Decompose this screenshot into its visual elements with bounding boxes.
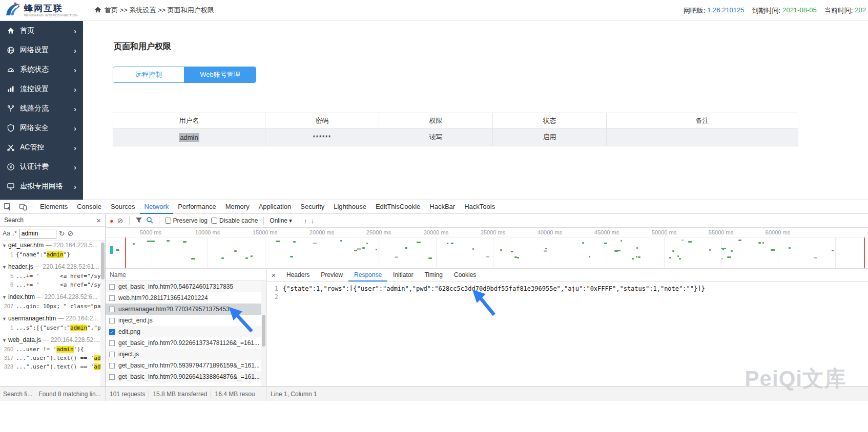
network-request-row[interactable]: get_basic_info.htm?0.5467246017317835: [106, 281, 266, 292]
network-request-row[interactable]: web.htm?0.28117136514201224: [106, 292, 266, 304]
sidebar-item-network-security[interactable]: 网络安全 ›: [0, 118, 83, 138]
timeline-label: 5000 ms: [133, 229, 169, 235]
scrollbar-thumb[interactable]: [101, 243, 105, 279]
search-result-line[interactable]: 328...".user").text() == 'admin...: [0, 362, 105, 371]
devtools-tab-hackbar[interactable]: HackBar: [425, 200, 460, 214]
sidebar: 首页 › 网络设置 › 系统状态 › 流控设置 › 线路分流 › 网络安全 › …: [0, 21, 83, 200]
result-url: — 220.164.228.52:6...: [35, 293, 97, 300]
result-filename: header.js: [8, 263, 33, 270]
detail-tab-initiator[interactable]: Initiator: [387, 269, 419, 282]
scrollbar-thumb[interactable]: [262, 315, 265, 347]
response-content[interactable]: 1 {"state":1,"rows":[{"user":"admin","pw…: [266, 282, 868, 386]
preserve-log-checkbox[interactable]: Preserve log: [165, 217, 208, 224]
sidebar-item-auth-billing[interactable]: ¥ 认证计费 ›: [0, 157, 83, 177]
devtools-tab-memory[interactable]: Memory: [221, 200, 254, 214]
network-request-row[interactable]: get_basic_info.htm?0.9026641338864876&_=…: [106, 371, 266, 382]
search-result-line[interactable]: 1...s":[{"user":"admin","pwd":"...: [0, 323, 105, 332]
sidebar-item-vpn[interactable]: 虚拟专用网络 ›: [0, 177, 83, 196]
main-content: 页面和用户权限 远程控制 Web账号管理 用户名 密码 权限 状态 备注 adm…: [83, 21, 868, 200]
search-result-line[interactable]: 260...user != 'admin'){: [0, 345, 105, 354]
sidebar-item-ac-control[interactable]: AC管控 ›: [0, 138, 83, 157]
search-result-line[interactable]: 1{"name":"admin"}: [0, 250, 105, 259]
sidebar-item-flow-control[interactable]: 流控设置 ›: [0, 79, 83, 99]
clear-network-icon[interactable]: ⊘: [117, 217, 123, 225]
search-panel-title: Search: [4, 217, 24, 224]
checkbox[interactable]: [165, 218, 171, 224]
search-result-file[interactable]: ▼web_data.js — 220.164.228.52:...: [0, 335, 105, 345]
sidebar-item-home[interactable]: 首页 ›: [0, 21, 83, 40]
devtools-tab-lighthouse[interactable]: Lighthouse: [329, 200, 371, 214]
devtools-tab-network[interactable]: Network: [140, 200, 174, 214]
search-result-line[interactable]: 207...gin: 10px; " class="pane...: [0, 302, 105, 311]
devtools-tab-console[interactable]: Console: [72, 200, 106, 214]
sidebar-item-label: 首页: [20, 26, 34, 35]
dropdown-arrow-icon: ▾: [289, 217, 292, 224]
search-result-file[interactable]: ▼index.htm — 220.164.228.52:6...: [0, 292, 105, 302]
checkbox[interactable]: [211, 218, 217, 224]
devtools-tab-security[interactable]: Security: [296, 200, 329, 214]
devtools-tab-sources[interactable]: Sources: [106, 200, 140, 214]
search-result-file[interactable]: ▼header.js — 220.164.228.52:61...: [0, 262, 105, 272]
tab-web-account[interactable]: Web账号管理: [184, 67, 256, 82]
request-name: edit.png: [118, 328, 140, 335]
detail-tab-timing[interactable]: Timing: [419, 269, 448, 282]
devtools-tab-hacktools[interactable]: HackTools: [460, 200, 500, 214]
sidebar-item-label: 虚拟专用网络: [20, 182, 63, 191]
request-list-header[interactable]: Name: [106, 269, 266, 281]
network-request-row[interactable]: get_basic_info.htm?0.9226613734781126&_=…: [106, 337, 266, 349]
close-icon[interactable]: ×: [96, 216, 101, 225]
breadcrumb[interactable]: 首页 >> 系统设置 >> 页面和用户权限: [94, 6, 214, 15]
search-result-line[interactable]: 5...+= ' <a href="/syste...: [0, 272, 105, 280]
result-url: — 220.164.228.52:...: [41, 336, 100, 343]
sidebar-item-label: 认证计费: [20, 162, 49, 171]
regex-toggle[interactable]: .*: [13, 230, 17, 237]
match-case-toggle[interactable]: Aa: [3, 230, 10, 237]
sidebar-item-system-status[interactable]: 系统状态 ›: [0, 60, 83, 79]
devtools-tab-editthiscookie[interactable]: EditThisCookie: [371, 200, 425, 214]
disable-cache-checkbox[interactable]: Disable cache: [211, 217, 258, 224]
detail-tab-preview[interactable]: Preview: [315, 269, 348, 282]
devtools-tab-performance[interactable]: Performance: [173, 200, 220, 214]
search-result-file[interactable]: ▼get_user.htm — 220.164.228.5...: [0, 241, 105, 250]
detail-tab-cookies[interactable]: Cookies: [448, 269, 482, 282]
chevron-right-icon: ›: [74, 46, 76, 55]
export-har-icon[interactable]: ↓: [311, 217, 315, 225]
search-input[interactable]: [19, 229, 56, 239]
network-request-row-selected[interactable]: usermanager.htm?0.7703479571375453: [106, 304, 266, 315]
line-number: 1: [266, 285, 283, 293]
col-password: 密码: [265, 113, 379, 128]
network-request-row[interactable]: get_basic_info.htm?0.5939794771896159&_=…: [106, 360, 266, 371]
request-list: Name get_basic_info.htm?0.54672460173178…: [106, 269, 266, 386]
network-request-row[interactable]: ✓edit.png: [106, 326, 266, 337]
device-toolbar-icon[interactable]: [15, 203, 31, 211]
filter-icon[interactable]: [135, 217, 142, 225]
request-name: inject.js: [118, 351, 139, 358]
throttling-select[interactable]: Online▾: [270, 217, 292, 224]
network-overview[interactable]: 5000 ms 10000 ms 15000 ms 20000 ms 25000…: [106, 228, 868, 269]
close-icon[interactable]: ×: [266, 271, 281, 279]
network-request-row[interactable]: inject_end.js: [106, 315, 266, 326]
sidebar-item-line-split[interactable]: 线路分流 ›: [0, 99, 83, 118]
request-list-scrollbar[interactable]: [261, 281, 266, 386]
inspect-element-icon[interactable]: [0, 203, 15, 211]
refresh-icon[interactable]: ↻: [59, 229, 65, 237]
search-result-line[interactable]: 6...+= ' <a href="/syste...: [0, 280, 105, 289]
match-highlight: admin: [70, 325, 87, 331]
search-match-count: Found 8 matching lin...: [38, 391, 100, 398]
search-icon[interactable]: [146, 217, 153, 225]
search-result-file[interactable]: ▼usermanager.htm — 220.164.2...: [0, 314, 105, 323]
tab-remote-control[interactable]: 远程控制: [113, 67, 184, 82]
search-result-line[interactable]: 317...".user").text() == 'admin...: [0, 354, 105, 362]
sidebar-item-network-settings[interactable]: 网络设置 ›: [0, 40, 83, 60]
devtools-tab-elements[interactable]: Elements: [35, 200, 72, 214]
current-time-value: 202: [855, 6, 866, 15]
detail-tab-headers[interactable]: Headers: [281, 269, 315, 282]
search-scrollbar[interactable]: [100, 241, 105, 386]
network-request-row[interactable]: inject.js: [106, 349, 266, 360]
detail-tab-response[interactable]: Response: [348, 269, 387, 282]
search-status-text: Search fi...: [3, 391, 32, 398]
devtools-tab-application[interactable]: Application: [254, 200, 296, 214]
clear-icon[interactable]: ⊘: [67, 229, 73, 237]
record-icon[interactable]: ●: [110, 217, 114, 225]
import-har-icon[interactable]: ↑: [304, 217, 307, 225]
